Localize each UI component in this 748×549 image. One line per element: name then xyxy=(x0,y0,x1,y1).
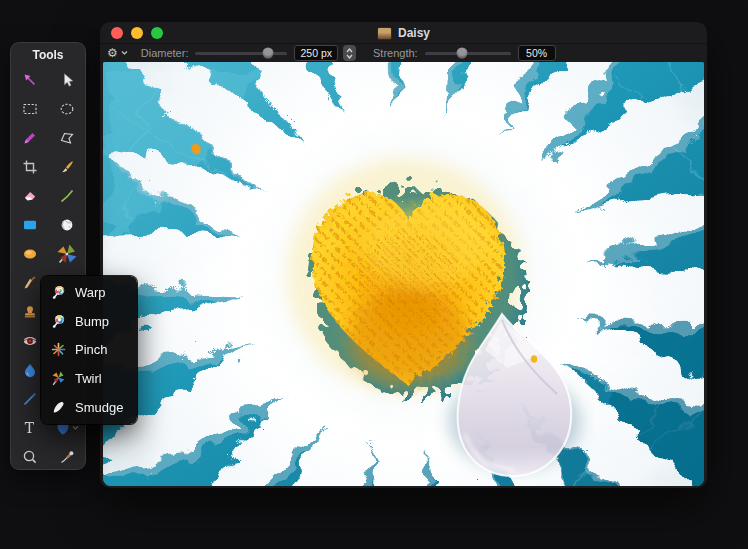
traffic-lights xyxy=(100,27,163,39)
menu-item-twirl[interactable]: Twirl xyxy=(41,364,137,393)
zoom-button[interactable] xyxy=(151,27,163,39)
bump-icon xyxy=(50,313,67,330)
stepper-down-icon xyxy=(346,54,353,59)
eraser-tool-icon xyxy=(22,188,38,204)
clone-stamp-icon xyxy=(22,304,38,320)
tool-brush[interactable] xyxy=(48,152,85,181)
eyedropper-icon xyxy=(59,449,75,465)
tool-crop[interactable] xyxy=(11,152,48,181)
pen-tool-icon xyxy=(22,391,38,407)
image-canvas[interactable] xyxy=(103,62,704,486)
tool-texture-sphere[interactable] xyxy=(48,210,85,239)
tool-pointer[interactable] xyxy=(48,65,85,94)
document-thumbnail-icon xyxy=(377,27,392,40)
quick-select-icon xyxy=(22,130,38,146)
texture-sphere-icon xyxy=(59,217,75,233)
tool-gradient[interactable] xyxy=(11,239,48,268)
menu-item-label: Bump xyxy=(75,314,109,329)
menu-item-label: Pinch xyxy=(75,342,108,357)
stepper-up-icon xyxy=(346,48,353,53)
magnifier-icon xyxy=(22,449,38,465)
strength-slider-thumb[interactable] xyxy=(456,48,467,59)
polygon-lasso-icon xyxy=(59,130,75,146)
ellipse-marquee-icon xyxy=(59,101,75,117)
text-tool-icon: T xyxy=(25,421,34,435)
move-tool-icon xyxy=(22,72,38,88)
tool-settings-button[interactable]: ⚙ xyxy=(107,46,128,60)
tool-options-bar: ⚙ Diameter: 250 px Strength: 50% xyxy=(100,44,707,62)
shape-tool-icon xyxy=(22,217,38,233)
crop-tool-icon xyxy=(22,159,38,175)
warp-pinwheel-icon xyxy=(56,243,78,265)
menu-item-label: Smudge xyxy=(75,400,123,415)
titlebar[interactable]: Daisy xyxy=(100,22,707,44)
smudge-icon xyxy=(50,399,67,416)
menu-item-label: Twirl xyxy=(75,371,102,386)
tool-pencil[interactable] xyxy=(48,181,85,210)
menu-item-warp[interactable]: Warp xyxy=(41,278,137,307)
tool-polygon-lasso[interactable] xyxy=(48,123,85,152)
diameter-slider-thumb[interactable] xyxy=(263,48,274,59)
gradient-tool-icon xyxy=(22,246,38,262)
diameter-label: Diameter: xyxy=(141,47,189,59)
tool-zoom[interactable] xyxy=(11,442,48,471)
tool-ellipse-marquee[interactable] xyxy=(48,94,85,123)
diameter-value-field[interactable]: 250 px xyxy=(294,45,338,61)
daisy-image xyxy=(103,62,704,486)
pointer-tool-icon xyxy=(59,72,75,88)
tool-warp-distort-selected[interactable] xyxy=(48,239,85,268)
close-button[interactable] xyxy=(111,27,123,39)
pinch-icon xyxy=(50,341,67,358)
menu-item-pinch[interactable]: Pinch xyxy=(41,336,137,365)
menu-item-bump[interactable]: Bump xyxy=(41,307,137,336)
tool-shape[interactable] xyxy=(11,210,48,239)
red-eye-icon xyxy=(22,333,38,349)
brush-tool-icon xyxy=(59,159,75,175)
tool-quick-select[interactable] xyxy=(11,123,48,152)
warp-icon xyxy=(50,284,67,301)
menu-item-label: Warp xyxy=(75,285,106,300)
diameter-stepper[interactable] xyxy=(343,45,356,61)
window-title: Daisy xyxy=(398,26,430,40)
strength-slider[interactable] xyxy=(425,52,511,55)
tool-rect-marquee[interactable] xyxy=(11,94,48,123)
tool-eraser[interactable] xyxy=(11,181,48,210)
desktop: { "desktop": { "background": "#0f0f11" }… xyxy=(0,0,748,549)
rect-marquee-icon xyxy=(22,101,38,117)
chevron-down-icon xyxy=(72,425,79,431)
strength-label: Strength: xyxy=(373,47,418,59)
tools-palette-title: Tools xyxy=(11,43,85,64)
minimize-button[interactable] xyxy=(131,27,143,39)
pencil-tool-icon xyxy=(59,188,75,204)
warp-tools-menu: Warp Bump Pinch Twirl Smudge xyxy=(41,276,137,424)
document-window: Daisy ⚙ Diameter: 250 px Strength: 50% xyxy=(100,22,707,488)
menu-item-smudge[interactable]: Smudge xyxy=(41,393,137,422)
water-drop-icon xyxy=(22,362,38,378)
tool-move[interactable] xyxy=(11,65,48,94)
window-title-wrap: Daisy xyxy=(100,22,707,44)
tool-eyedropper[interactable] xyxy=(48,442,85,471)
trowel-tool-icon xyxy=(22,275,38,291)
chevron-down-icon xyxy=(121,50,128,56)
gear-icon: ⚙ xyxy=(107,46,118,60)
diameter-slider[interactable] xyxy=(195,52,287,55)
strength-value-field[interactable]: 50% xyxy=(518,45,556,61)
twirl-icon xyxy=(50,370,67,387)
